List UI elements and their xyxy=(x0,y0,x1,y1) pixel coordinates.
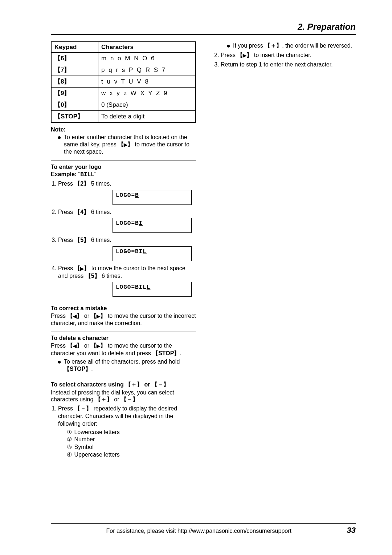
cell-key: 【8】 xyxy=(51,76,98,88)
lcd-prefix: LOGO= xyxy=(116,192,135,199)
key-label: 2 xyxy=(80,181,83,187)
text: or xyxy=(113,396,121,402)
key-label: 4 xyxy=(80,209,83,215)
key-label: 5 xyxy=(91,273,94,279)
bullet-dot-icon: ● xyxy=(226,42,233,50)
right-arrow-key xyxy=(74,265,90,271)
text: 6 times. xyxy=(89,237,111,243)
right-steps: Press to insert the character. Return to… xyxy=(213,52,356,69)
key-5: 5 xyxy=(74,237,89,243)
page-number: 33 xyxy=(347,526,356,535)
table-row: 【9】 w x y z W X Y Z 9 xyxy=(51,88,196,99)
cell-key: 【STOP】 xyxy=(51,111,98,123)
table-row: 【STOP】 To delete a digit xyxy=(51,111,196,123)
minus-key: － xyxy=(74,405,92,412)
minus-key: － xyxy=(152,381,169,388)
right-bullet: ● If you press ＋, the order will be reve… xyxy=(226,42,356,50)
keypad-table: Keypad Characters 【6】 m n o M N O 6 【7】 … xyxy=(51,41,196,123)
example-label: Example: xyxy=(51,171,78,177)
section-title: 2. Preparation xyxy=(51,22,356,32)
right-column: ● If you press ＋, the order will be reve… xyxy=(213,41,356,461)
text: Press xyxy=(58,181,74,187)
text: to insert the character. xyxy=(252,52,311,58)
text: or xyxy=(82,313,91,319)
text: Press xyxy=(58,265,74,271)
cell-key: 【6】 xyxy=(51,53,98,64)
text: . xyxy=(180,350,181,356)
lcd-display: LOGO=BIL xyxy=(113,246,192,261)
sub-heading-logo: To enter your logo xyxy=(51,164,196,170)
list-item: ③ Symbol xyxy=(66,443,196,451)
text: Press xyxy=(221,52,237,58)
text: 5 times. xyxy=(89,181,111,187)
circled-4-icon: ④ xyxy=(66,451,73,459)
text: To erase all of the characters, press an… xyxy=(64,358,180,365)
plus-key: ＋ xyxy=(265,42,282,49)
cell-chars: w x y z W X Y Z 9 xyxy=(98,88,196,99)
text: Lowercase letters xyxy=(74,429,119,435)
lcd-prefix: LOGO=BIL xyxy=(116,284,147,291)
text: 6 times. xyxy=(100,273,122,279)
text: Press xyxy=(58,405,74,412)
note-bullet: ● To enter another character that is loc… xyxy=(57,134,196,155)
footer-text: For assistance, please visit http://www.… xyxy=(51,528,347,534)
right-arrow-key xyxy=(91,343,106,349)
select-steps: Press － repeatedly to display the desire… xyxy=(51,405,196,459)
cell-chars: 0 (Space) xyxy=(98,99,196,111)
circled-3-icon: ③ xyxy=(66,443,73,451)
lcd-cursor-char: B xyxy=(135,192,139,199)
two-columns: Keypad Characters 【6】 m n o M N O 6 【7】 … xyxy=(51,41,356,461)
lcd-cursor-char: L xyxy=(143,248,147,255)
text: Press xyxy=(58,237,74,243)
sub-heading-select: To select characters using ＋ or － xyxy=(51,381,196,389)
key-2: 2 xyxy=(74,181,89,187)
stop-key: STOP xyxy=(152,350,180,356)
step-1: Press － repeatedly to display the desire… xyxy=(58,405,196,459)
page-footer: For assistance, please visit http://www.… xyxy=(51,523,356,535)
text: . xyxy=(91,366,93,372)
bullet-text: To erase all of the characters, press an… xyxy=(64,358,196,373)
example-value: BILL xyxy=(80,171,94,178)
table-row: 【7】 p q r s P Q R S 7 xyxy=(51,64,196,76)
th-characters: Characters xyxy=(98,42,196,53)
plus-icon: ＋ xyxy=(101,396,107,402)
cell-chars: m n o M N O 6 xyxy=(98,53,196,64)
list-item: ② Number xyxy=(66,436,196,443)
bullet-text: If you press ＋, the order will be revers… xyxy=(233,42,356,50)
right-arrow-key xyxy=(91,313,106,319)
divider xyxy=(51,161,196,161)
text: Number xyxy=(74,436,95,442)
divider xyxy=(51,302,196,302)
stop-key: STOP xyxy=(64,366,91,372)
sub-heading-correct: To correct a mistake xyxy=(51,305,196,312)
bullet-dot-icon: ● xyxy=(57,134,64,155)
minus-icon: － xyxy=(127,396,132,402)
header-rule xyxy=(51,34,356,35)
divider xyxy=(51,378,196,378)
left-arrow-icon xyxy=(73,343,77,349)
left-arrow-key xyxy=(67,343,82,349)
right-arrow-icon xyxy=(243,53,246,58)
step-3: Press 5 6 times. LOGO=BIL xyxy=(58,236,196,261)
key-label: STOP xyxy=(158,350,174,356)
step-2: Press 4 6 times. LOGO=BI xyxy=(58,208,196,233)
cell-chars: p q r s P Q R S 7 xyxy=(98,64,196,76)
right-arrow-icon xyxy=(124,142,127,147)
right-arrow-key xyxy=(237,52,252,58)
minus-icon: － xyxy=(80,405,86,412)
cell-chars: To delete a digit xyxy=(98,111,196,123)
bullet-dot-icon: ● xyxy=(57,358,64,373)
text: . xyxy=(138,396,140,402)
cell-chars: t u v T U V 8 xyxy=(98,76,196,88)
table-row: Keypad Characters xyxy=(51,42,196,53)
right-arrow-icon xyxy=(80,266,84,271)
left-arrow-icon xyxy=(73,313,77,319)
text: Return to step 1 to enter the next chara… xyxy=(221,61,333,68)
logo-steps: Press 2 5 times. LOGO=B Press 4 6 times.… xyxy=(51,180,196,297)
page: 2. Preparation Keypad Characters 【6】 m n… xyxy=(0,0,392,555)
key-5: 5 xyxy=(85,273,100,279)
step-2: Press to insert the character. xyxy=(221,52,356,59)
lcd-display: LOGO=B xyxy=(113,190,192,205)
character-order-list: ① Lowercase letters ② Number ③ Symbol ④ … xyxy=(58,429,196,459)
text: , the order will be reversed. xyxy=(282,42,352,49)
